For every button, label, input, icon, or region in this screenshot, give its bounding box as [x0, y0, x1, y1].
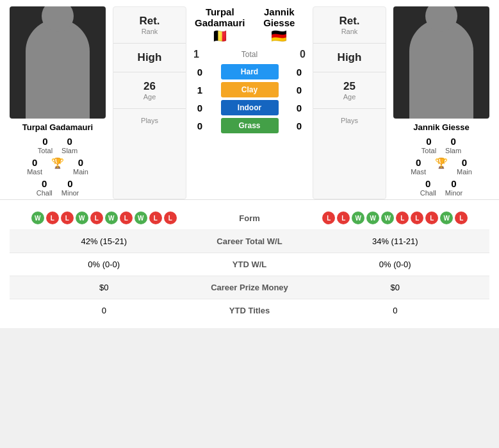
right-total-lbl: Total — [421, 147, 436, 154]
right-stats-row1: 0 Total 0 Slam — [421, 136, 461, 154]
form-label: Form — [199, 213, 301, 223]
wl-badge-w: W — [135, 212, 147, 224]
wl-badge-w: W — [366, 212, 379, 224]
right-main-block: 0 Main — [457, 157, 472, 176]
wl-badge-l: L — [120, 212, 133, 224]
p2-flag: 🇩🇪 — [271, 28, 287, 44]
left-chall-lbl: Chall — [37, 189, 53, 197]
right-age-val: 25 — [343, 80, 356, 93]
left-rank-lbl: Rank — [142, 28, 158, 35]
right-plays-lbl: Plays — [341, 117, 358, 124]
stats-grid-row: 0% (0-0) YTD W/L 0% (0-0) — [10, 253, 489, 276]
right-silhouette — [409, 19, 473, 119]
wl-badge-l: L — [61, 212, 74, 224]
left-main-val: 0 — [78, 157, 83, 168]
surface-badge: Hard — [221, 64, 279, 79]
right-trophy-icon: 🏆 — [435, 157, 448, 176]
left-minor-lbl: Minor — [61, 189, 79, 197]
form-row: WLLWLWLWLL Form LLWWWLLLWL — [10, 206, 489, 230]
form-section: WLLWLWLWLL Form LLWWWLLLWL 42% (15-21) C… — [0, 199, 499, 328]
left-stats-panel: Ret. Rank High 26 Age Plays — [113, 6, 186, 199]
surface-row: 0 Indoor 0 — [190, 100, 309, 115]
surface-score-left: 0 — [193, 67, 206, 78]
wl-badge-w: W — [105, 212, 118, 224]
right-avatar — [393, 6, 489, 119]
wl-badge-l: L — [411, 212, 423, 224]
p2-header: Jannik Giesse 🇩🇪 — [250, 6, 309, 44]
right-player-col: Jannik Giesse 0 Total 0 Slam 0 Mast 🏆 — [390, 6, 493, 199]
left-plays-lbl: Plays — [141, 117, 158, 124]
wl-badge-w: W — [381, 212, 394, 224]
right-main-lbl: Main — [457, 168, 472, 176]
left-mast-val: 0 — [32, 157, 37, 168]
stats-center: Career Total W/L — [186, 236, 314, 246]
right-rank-val: Ret. — [339, 15, 359, 28]
right-mast-lbl: Mast — [411, 168, 426, 176]
form-left: WLLWLWLWLL — [10, 212, 199, 224]
stats-right: 0 — [314, 306, 477, 315]
right-high-val: High — [338, 51, 362, 64]
wl-badge-l: L — [46, 212, 59, 224]
right-slam-lbl: Slam — [445, 147, 461, 154]
wl-badge-l: L — [396, 212, 409, 224]
left-age-val: 26 — [143, 80, 156, 93]
form-badges-left: WLLWLWLWLL — [10, 212, 199, 224]
surface-row: 1 Clay 0 — [190, 82, 309, 97]
center-col: Turpal Gadamauri 🇧🇪 Jannik Giesse 🇩🇪 1 T… — [190, 6, 309, 199]
surface-score-right: 0 — [293, 120, 306, 131]
surface-badge: Indoor — [221, 100, 279, 115]
right-main-val: 0 — [462, 157, 467, 168]
wl-badge-l: L — [149, 212, 162, 224]
stats-left: 0 — [22, 306, 186, 315]
left-total-block: 0 Total — [38, 136, 53, 154]
stats-grid-row: 42% (15-21) Career Total W/L 34% (11-21) — [10, 230, 489, 253]
left-chall-block: 0 Chall — [37, 178, 53, 197]
surface-score-right: 0 — [293, 67, 306, 78]
right-age-cell: 25 Age — [313, 72, 386, 109]
left-high-val: High — [138, 51, 162, 64]
total-score-left: 1 — [193, 49, 199, 60]
left-slam-val: 0 — [67, 136, 72, 147]
main-container: Turpal Gadamauri 0 Total 0 Slam 0 Mast 🏆 — [0, 0, 499, 328]
left-stats-row1: 0 Total 0 Slam — [38, 136, 78, 154]
stats-left: 0% (0-0) — [22, 260, 186, 269]
left-slam-block: 0 Slam — [61, 136, 78, 154]
surface-rows: 0 Hard 0 1 Clay 0 0 Indoor 0 0 Grass 0 — [190, 64, 309, 136]
surface-row: 0 Hard 0 — [190, 64, 309, 79]
right-slam-block: 0 Slam — [445, 136, 461, 154]
name-header-row: Turpal Gadamauri 🇧🇪 Jannik Giesse 🇩🇪 — [190, 6, 309, 44]
left-minor-val: 0 — [67, 178, 72, 189]
right-rank-cell: Ret. Rank — [313, 7, 386, 44]
right-age-lbl: Age — [343, 93, 356, 101]
wl-badge-w: W — [352, 212, 364, 224]
stats-grid-row: $0 Career Prize Money $0 — [10, 276, 489, 299]
wl-badge-l: L — [322, 212, 335, 224]
surface-score-right: 0 — [293, 85, 306, 95]
stats-center: YTD Titles — [186, 306, 314, 315]
total-label: Total — [241, 50, 258, 59]
left-age-lbl: Age — [143, 93, 156, 101]
left-player-name: Turpal Gadamauri — [22, 122, 93, 132]
wl-badge-l: L — [90, 212, 103, 224]
right-player-name: Jannik Giesse — [413, 122, 469, 132]
surface-score-left: 0 — [193, 103, 206, 113]
surface-badge: Clay — [221, 82, 279, 97]
left-plays-cell: Plays — [113, 109, 186, 132]
wl-badge-l: L — [164, 212, 177, 224]
left-slam-lbl: Slam — [61, 147, 78, 154]
total-row: 1 Total 0 — [190, 49, 309, 60]
right-stats-row2: 0 Mast 🏆 0 Main — [411, 157, 472, 176]
left-trophy-icon: 🏆 — [51, 157, 64, 176]
p2-header-name: Jannik Giesse — [250, 6, 309, 28]
left-mast-block: 0 Mast — [27, 157, 42, 176]
surface-score-right: 0 — [293, 103, 306, 113]
top-section: Turpal Gadamauri 0 Total 0 Slam 0 Mast 🏆 — [0, 0, 499, 199]
right-rank-lbl: Rank — [341, 28, 358, 35]
left-chall-val: 0 — [42, 178, 47, 189]
surface-score-left: 1 — [193, 85, 206, 95]
right-mast-val: 0 — [416, 157, 421, 168]
form-badges-right: LLWWWLLLWL — [301, 212, 490, 224]
form-right: LLWWWLLLWL — [301, 212, 490, 224]
right-total-val: 0 — [426, 136, 431, 147]
left-high-cell: High — [113, 44, 186, 72]
